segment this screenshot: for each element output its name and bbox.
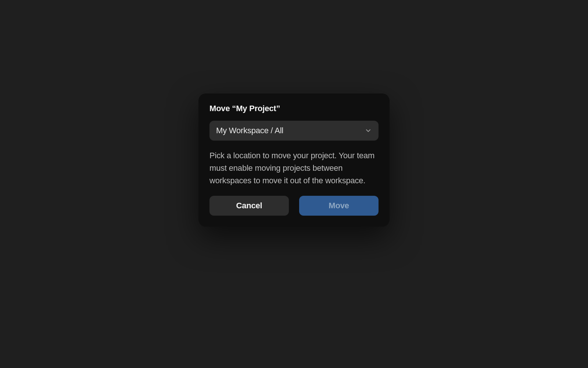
cancel-button[interactable]: Cancel bbox=[209, 196, 289, 216]
chevron-down-icon bbox=[365, 127, 372, 134]
move-project-modal: Move “My Project” My Workspace / All Pic… bbox=[198, 93, 390, 227]
location-select-value: My Workspace / All bbox=[216, 126, 283, 135]
button-row: Cancel Move bbox=[209, 196, 379, 216]
modal-description: Pick a location to move your project. Yo… bbox=[209, 149, 379, 187]
modal-title: Move “My Project” bbox=[209, 104, 379, 113]
move-button[interactable]: Move bbox=[299, 196, 379, 216]
location-select[interactable]: My Workspace / All bbox=[209, 121, 379, 141]
